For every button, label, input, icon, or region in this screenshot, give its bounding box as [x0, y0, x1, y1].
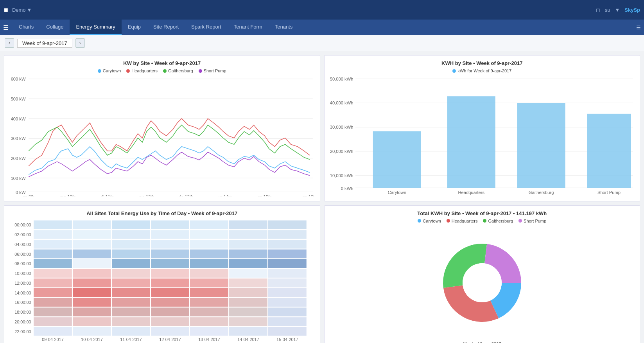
tab-site-report[interactable]: Site Report [147, 20, 185, 35]
svg-rect-113 [151, 298, 189, 307]
svg-text:Headquarters: Headquarters [458, 190, 484, 195]
tab-equip[interactable]: Equip [122, 20, 147, 35]
svg-rect-121 [190, 307, 228, 316]
menu-lines-icon[interactable]: ☰ [636, 25, 641, 31]
svg-rect-69 [73, 240, 111, 249]
svg-text:10-04-2017: 10-04-2017 [81, 337, 103, 341]
chevron-down-icon: ▼ [27, 7, 32, 13]
svg-rect-96 [34, 278, 72, 287]
svg-text:16:00:00: 16:00:00 [14, 300, 31, 305]
svg-text:0 kWh: 0 kWh [341, 186, 353, 191]
svg-rect-79 [190, 249, 228, 258]
svg-text:zo 9th: zo 9th [23, 194, 34, 196]
svg-rect-55 [73, 220, 111, 229]
svg-text:20:00:00: 20:00:00 [14, 319, 31, 324]
svg-rect-101 [229, 278, 267, 287]
svg-rect-70 [112, 240, 150, 249]
svg-text:Gaithersburg: Gaithersburg [528, 190, 554, 195]
svg-text:30,000 kWh: 30,000 kWh [330, 125, 353, 129]
svg-rect-35 [447, 96, 495, 188]
svg-text:Carytown: Carytown [387, 190, 406, 195]
svg-text:di 11th: di 11th [101, 194, 114, 196]
donut-card: Total KWH by Site • Week of 9-apr-2017 •… [324, 205, 640, 343]
svg-rect-80 [229, 249, 267, 258]
svg-rect-132 [73, 327, 111, 336]
svg-rect-111 [73, 298, 111, 307]
svg-rect-127 [151, 317, 189, 326]
svg-rect-122 [229, 307, 267, 316]
heatmap-title: All Sites Total Energy Use by Time of Da… [9, 210, 315, 216]
tab-energy-summary[interactable]: Energy Summary [70, 20, 121, 35]
svg-text:12:00:00: 12:00:00 [14, 280, 31, 285]
svg-rect-119 [112, 307, 150, 316]
svg-rect-60 [268, 220, 307, 229]
prev-week-button[interactable]: ‹ [5, 38, 14, 48]
demo-label[interactable]: Demo ▼ [12, 7, 32, 13]
donut-legend-gaithersburg: Gaithersburg [483, 219, 513, 223]
svg-text:zo 16th: zo 16th [303, 194, 315, 196]
tab-charts[interactable]: Charts [13, 20, 40, 35]
svg-rect-107 [190, 288, 228, 297]
svg-rect-87 [229, 259, 267, 268]
svg-rect-117 [34, 307, 72, 316]
date-range-label: Week of 9-apr-2017 [17, 39, 72, 48]
svg-rect-108 [229, 288, 267, 297]
kwh-legend-item: kWh for Week of 9-apr-2017 [452, 68, 511, 73]
svg-rect-105 [112, 288, 150, 297]
svg-rect-58 [190, 220, 228, 229]
svg-text:600 kW: 600 kW [11, 77, 26, 81]
svg-rect-100 [190, 278, 228, 287]
next-week-button[interactable]: › [75, 38, 85, 48]
brand-label: SkySp [624, 7, 640, 13]
svg-text:14:00:00: 14:00:00 [14, 290, 31, 295]
tab-collage[interactable]: Collage [40, 20, 70, 35]
svg-rect-126 [112, 317, 150, 326]
legend-carytown: Carytown [98, 68, 121, 73]
kwh-by-site-card: KWH by Site • Week of 9-apr-2017 kWh for… [324, 55, 640, 201]
svg-text:14-04-2017: 14-04-2017 [237, 337, 259, 341]
svg-rect-130 [268, 317, 307, 326]
app-logo-icon: ■ [4, 6, 8, 14]
hamburger-icon[interactable]: ☰ [3, 24, 9, 31]
kw-line-chart: 600 kW 500 kW 400 kW 300 kW 200 kW 100 k… [9, 75, 315, 196]
svg-text:22:00:00: 22:00:00 [14, 329, 31, 334]
svg-rect-129 [229, 317, 267, 326]
svg-rect-110 [34, 298, 72, 307]
notifications-icon[interactable]: ◻ [596, 7, 600, 13]
user-label: su [605, 7, 610, 13]
svg-rect-64 [151, 230, 189, 239]
nav-right: ☰ [636, 25, 641, 31]
svg-rect-123 [268, 307, 307, 316]
svg-text:Short Pump: Short Pump [597, 190, 620, 195]
svg-text:300 kW: 300 kW [11, 136, 26, 141]
svg-text:13-04-2017: 13-04-2017 [198, 337, 220, 341]
tab-tenants[interactable]: Tenants [269, 20, 299, 35]
svg-rect-136 [229, 327, 267, 336]
tab-spark-report[interactable]: Spark Report [185, 20, 228, 35]
svg-rect-76 [73, 249, 111, 258]
svg-rect-92 [151, 269, 189, 278]
svg-rect-75 [34, 249, 72, 258]
svg-rect-131 [34, 327, 72, 336]
svg-rect-84 [112, 259, 150, 268]
legend-headquarters: Headquarters [126, 68, 158, 73]
legend-gaithersburg: Gaithersburg [163, 68, 193, 73]
svg-rect-68 [34, 240, 72, 249]
svg-rect-81 [268, 249, 307, 258]
svg-rect-118 [73, 307, 111, 316]
svg-text:wo 12th: wo 12th [139, 194, 154, 196]
kw-legend: Carytown Headquarters Gaithersburg Short… [9, 68, 315, 73]
svg-rect-54 [34, 220, 72, 229]
svg-rect-73 [229, 240, 267, 249]
svg-text:00:00:00: 00:00:00 [14, 223, 31, 227]
svg-rect-98 [112, 278, 150, 287]
tab-tenant-form[interactable]: Tenant Form [228, 20, 269, 35]
svg-rect-86 [190, 259, 228, 268]
donut-sublabel: Week of 9-apr-2017 [329, 341, 635, 343]
svg-rect-66 [229, 230, 267, 239]
svg-rect-95 [268, 269, 307, 278]
svg-text:10:00:00: 10:00:00 [14, 271, 31, 275]
topbar-right: ◻ su ▼ SkySp [596, 7, 640, 13]
svg-rect-103 [34, 288, 72, 297]
svg-text:50,000 kWh: 50,000 kWh [330, 77, 353, 81]
